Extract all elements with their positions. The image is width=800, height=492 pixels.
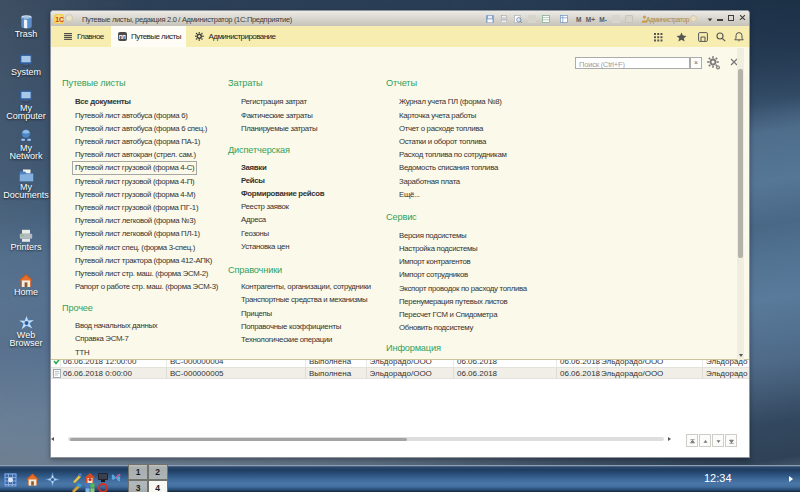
svg-text:ПЛ: ПЛ [119, 34, 126, 40]
svg-text:1С: 1С [55, 15, 64, 22]
